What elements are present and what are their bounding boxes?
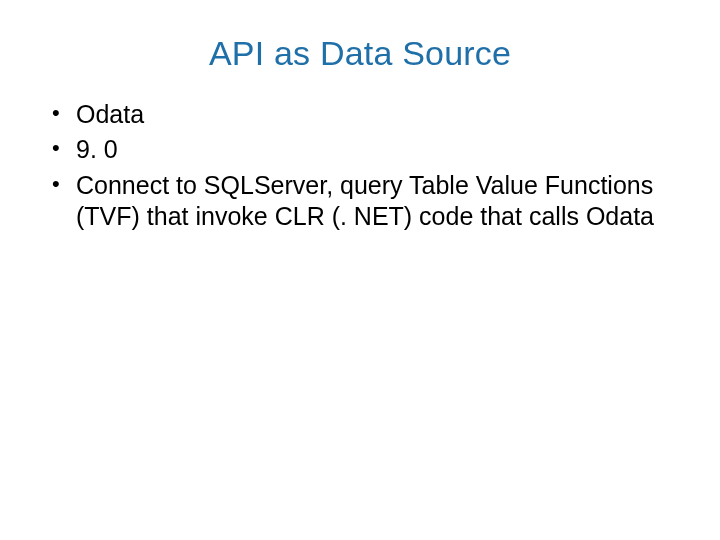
list-item: 9. 0 <box>48 134 672 165</box>
list-item: Odata <box>48 99 672 130</box>
list-item: Connect to SQLServer, query Table Value … <box>48 170 672 233</box>
slide-title: API as Data Source <box>48 34 672 73</box>
bullet-list: Odata 9. 0 Connect to SQLServer, query T… <box>48 99 672 232</box>
bullet-text: Odata <box>76 100 144 128</box>
bullet-text: 9. 0 <box>76 135 118 163</box>
bullet-text: Connect to SQLServer, query Table Value … <box>76 171 654 230</box>
slide: API as Data Source Odata 9. 0 Connect to… <box>0 0 720 540</box>
